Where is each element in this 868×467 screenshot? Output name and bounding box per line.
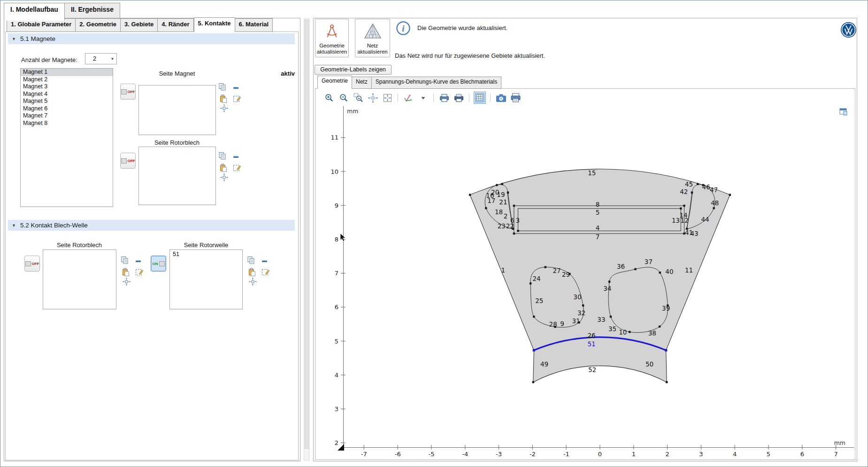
toggle-knob (25, 261, 31, 266)
vertex-marker (680, 208, 682, 210)
x-tick-label: 4 (733, 451, 737, 458)
tab-rnder[interactable]: 4. Ränder (158, 18, 193, 32)
grid-icon[interactable] (474, 92, 486, 104)
anzahl-magnete-dropdown[interactable]: 2 ▼ (85, 53, 117, 64)
magnet-list-item[interactable]: Magnet 8 (21, 120, 113, 127)
vertex-marker (513, 233, 515, 234)
export-image-icon[interactable] (438, 92, 450, 104)
clear-selection-icon[interactable] (233, 163, 242, 174)
kontakt-seite-rotorwelle-label: Seite Rotorwelle (169, 241, 244, 249)
magnet-list-item[interactable]: Magnet 6 (21, 105, 113, 113)
edge-label-29: 29 (562, 271, 570, 278)
update-geometry-button[interactable]: Geometrie aktualisieren (315, 19, 349, 57)
main-tab-imodellaufbau[interactable]: I. Modellaufbau (4, 3, 65, 21)
x-tick-label: -2 (530, 451, 536, 458)
seite-magnet-toggle-off[interactable]: OFF (120, 84, 136, 100)
left-panel-scrollbar[interactable] (304, 18, 309, 460)
magnet-list-item[interactable]: Magnet 5 (21, 98, 113, 105)
zoom-to-selection-icon[interactable] (220, 104, 228, 114)
seite-rotorblech-label: Seite Rotorblech (139, 139, 215, 146)
edge-label-46: 46 (702, 183, 710, 191)
tab-gebiete[interactable]: 3. Gebiete (121, 18, 158, 32)
edge-label-10: 10 (619, 328, 627, 336)
clear-selection-icon[interactable] (261, 267, 270, 278)
seite-rotorblech-toggle-off[interactable]: OFF (120, 153, 136, 169)
tab-geometrie[interactable]: 2. Geometrie (76, 18, 121, 32)
edge-label-5: 5 (596, 209, 600, 216)
caret-icon[interactable] (417, 92, 429, 104)
kontakt-rotorblech-selection-list[interactable] (43, 249, 116, 310)
geometry-plot[interactable]: -7-6-5-4-3-2-101234567234567891011mmmm15… (316, 103, 855, 459)
edge-label-28: 28 (549, 320, 557, 328)
paste-icon[interactable] (122, 268, 131, 279)
zoom-extents-icon[interactable] (367, 92, 379, 104)
show-geometry-labels-button[interactable]: Geometrie-Labels zeigen (315, 65, 392, 75)
view-orientation-icon[interactable] (402, 92, 415, 104)
info-icon: i (396, 21, 411, 38)
export-settings-icon[interactable] (453, 92, 465, 104)
tab-kontakte[interactable]: 5. Kontakte (194, 17, 235, 32)
vertex-marker (713, 207, 715, 209)
toggle-state-label: OFF (32, 262, 39, 266)
section-header-kontakt-blech-welle[interactable]: ▼ 5.2 Kontakt Blech-Welle (8, 220, 295, 231)
snapshot-icon[interactable] (495, 92, 507, 104)
zoom-out-icon[interactable] (338, 92, 350, 104)
paste-icon[interactable] (219, 163, 228, 174)
y-tick-label: 6 (335, 304, 338, 311)
zoom-to-selection-icon[interactable] (123, 278, 131, 288)
zoom-to-selection-icon[interactable] (220, 173, 228, 183)
tab-material[interactable]: 6. Material (235, 18, 273, 32)
magnet-list-item[interactable]: Magnet 4 (21, 91, 113, 98)
copy-icon[interactable] (121, 256, 130, 267)
print-icon[interactable] (509, 92, 522, 104)
mesh-note-message: Das Netz wird nur für zugewiesene Gebiet… (395, 52, 545, 59)
edge-label-18: 18 (495, 208, 503, 216)
clear-selection-icon[interactable] (233, 94, 242, 105)
edge-label-23: 23 (498, 222, 506, 230)
remove-icon[interactable] (261, 257, 269, 267)
magnet-list-item[interactable]: Magnet 1 (21, 69, 113, 76)
remove-icon[interactable] (135, 257, 142, 267)
edge-label-39: 39 (662, 304, 670, 312)
magnet-list-item[interactable]: Magnet 2 (21, 76, 113, 84)
x-tick-label: -7 (361, 451, 367, 458)
zoom-box-icon[interactable] (352, 92, 364, 104)
magnet-list-item[interactable]: Magnet 3 (21, 83, 113, 91)
copy-icon[interactable] (218, 83, 227, 93)
update-mesh-button[interactable]: Netz aktualisieren (355, 19, 390, 57)
zoom-selected-icon[interactable] (381, 92, 393, 104)
section-header-magnete[interactable]: ▼ 5.1 Magnete (8, 33, 295, 44)
kontakt-seite-rotorblech-label: Seite Rotorblech (42, 241, 117, 249)
seite-magnet-selection-list[interactable] (138, 85, 216, 135)
graphics-tab-bar: GeometrieNetzSpannungs-Dehnungs-Kurve de… (317, 78, 501, 89)
graphics-tab-netz[interactable]: Netz (352, 77, 372, 89)
vertex-marker (501, 183, 503, 185)
paste-icon[interactable] (248, 268, 257, 279)
zoom-to-selection-icon[interactable] (249, 278, 257, 288)
kontakt-rotorwelle-selection-list[interactable]: 51 (169, 249, 243, 310)
copy-icon[interactable] (218, 152, 227, 163)
graphics-tab-geometrie[interactable]: Geometrie (317, 76, 352, 89)
edge-label-43: 43 (690, 230, 698, 237)
kontakt-rotorwelle-toggle-on[interactable]: ON (151, 256, 166, 272)
edge-label-7: 7 (596, 233, 600, 241)
unit-label-bottom: mm (834, 439, 845, 446)
kontakt-rotorblech-toggle-off[interactable]: OFF (24, 256, 40, 272)
selected-boundary-item[interactable]: 51 (170, 250, 242, 257)
zoom-in-icon[interactable] (323, 92, 335, 104)
paste-icon[interactable] (219, 94, 228, 105)
scrollbar-thumb[interactable] (305, 20, 309, 449)
clear-selection-icon[interactable] (135, 267, 144, 278)
magnet-list[interactable]: Magnet 1Magnet 2Magnet 3Magnet 4Magnet 5… (20, 68, 113, 207)
graphics-tab-spannungsdehnungskurve[interactable]: Spannungs-Dehnungs-Kurve des Blechmateri… (372, 77, 501, 89)
edge-label-51: 51 (587, 340, 595, 348)
toggle-state-label: OFF (128, 159, 135, 163)
plot-window-icon[interactable] (839, 108, 848, 117)
remove-icon[interactable] (232, 153, 240, 163)
remove-icon[interactable] (232, 84, 240, 93)
copy-icon[interactable] (247, 256, 256, 267)
axis-corner-marker (338, 444, 344, 451)
edge-label-47: 47 (710, 186, 718, 194)
seite-rotorblech-selection-list[interactable] (138, 147, 216, 205)
magnet-list-item[interactable]: Magnet 7 (21, 112, 113, 120)
